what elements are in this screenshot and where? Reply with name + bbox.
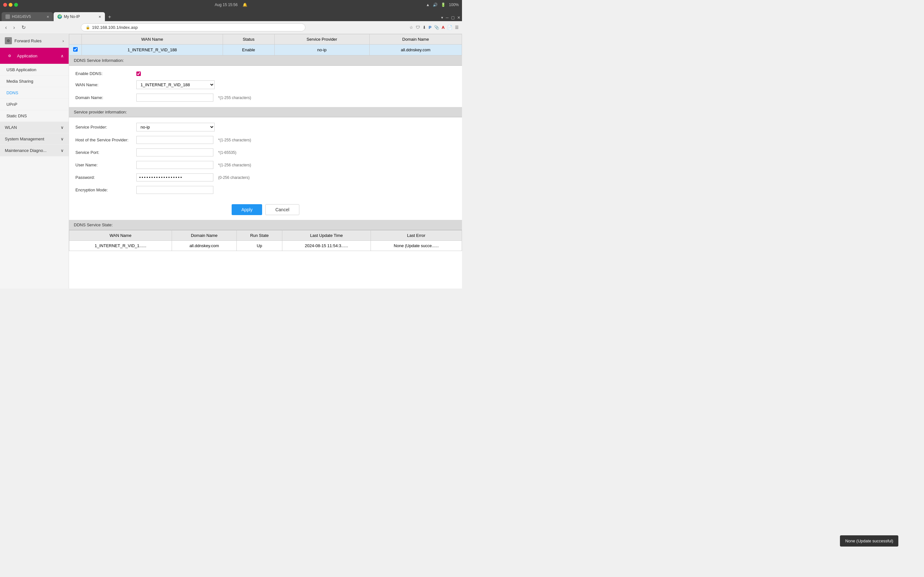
reader-icon[interactable]: 📄 — [447, 25, 452, 30]
state-header-domain: Domain Name — [172, 230, 237, 241]
password-hint: (0-256 characters) — [218, 175, 250, 180]
wlan-chevron: ∨ — [61, 125, 64, 130]
encryption-label: Encryption Mode: — [75, 187, 133, 192]
wifi-icon: ▲ — [426, 3, 430, 7]
forward-button[interactable]: › — [11, 23, 17, 32]
close-button[interactable]: ✕ — [457, 15, 460, 20]
username-row: User Name: t275vkf *(1-256 characters) — [75, 159, 456, 171]
state-last-update: 2024-08-15 11:54:3...... — [282, 241, 371, 251]
sidebar-wlan[interactable]: WLAN ∨ — [0, 122, 69, 133]
maintenance-chevron: ∨ — [61, 148, 64, 153]
service-provider-title: Service provider information: — [74, 110, 127, 114]
back-button[interactable]: ‹ — [3, 23, 9, 32]
minimize-traffic-dot[interactable] — [9, 3, 13, 7]
maximize-traffic-dot[interactable] — [14, 3, 18, 7]
state-domain-name: all.ddnskey.com — [172, 241, 237, 251]
table-header-domain-name: Domain Name — [369, 34, 462, 45]
domain-name-input[interactable]: all.ddnskey.com — [136, 93, 213, 102]
bookmark-icon[interactable]: ☆ — [409, 25, 413, 30]
profile-icon[interactable]: P — [429, 25, 431, 30]
host-input[interactable]: dynupdate.no-ip.com — [136, 136, 213, 144]
system-management-label: System Management — [5, 137, 44, 141]
service-provider-row: Service Provider: no-ip — [75, 121, 456, 134]
row-service-provider: no-ip — [274, 45, 369, 55]
sidebar-usb-application[interactable]: USB Application — [0, 64, 69, 76]
row-checkbox-cell[interactable] — [69, 45, 82, 55]
app-container: ⚙ Forward Rules › ⚙ Application ∧ USB Ap… — [0, 34, 462, 288]
sidebar-upnp[interactable]: UPnP — [0, 99, 69, 110]
service-port-row: Service Port: 80 *(1-65535) — [75, 146, 456, 159]
sidebar-forward-rules[interactable]: ⚙ Forward Rules › — [0, 34, 69, 48]
restore-button[interactable]: ▢ — [451, 15, 455, 20]
extension-icon[interactable]: 📎 — [434, 25, 439, 30]
reload-button[interactable]: ↻ — [19, 23, 27, 32]
download-icon[interactable]: ⬇ — [423, 25, 426, 30]
service-port-input[interactable]: 80 — [136, 148, 213, 156]
username-hint: *(1-256 characters) — [218, 163, 251, 167]
tab2-favicon: 🌍 — [57, 15, 62, 19]
sidebar-maintenance[interactable]: Maintenance Diagno... ∨ — [0, 145, 69, 156]
state-table-row: 1_INTERNET_R_VID_1...... all.ddnskey.com… — [69, 241, 462, 251]
state-header-wan: WAN Name — [69, 230, 172, 241]
service-provider-section-header: Service provider information: — [69, 107, 462, 117]
cancel-button[interactable]: Cancel — [265, 204, 299, 215]
static-dns-label: Static DNS — [6, 113, 27, 118]
service-provider-select[interactable]: no-ip — [136, 123, 215, 131]
sidebar-static-dns[interactable]: Static DNS — [0, 110, 69, 122]
encryption-row: Encryption Mode: BASE64 — [75, 184, 456, 196]
sidebar-ddns[interactable]: DDNS — [0, 87, 69, 99]
password-input[interactable] — [136, 173, 213, 181]
tab1-title: HG8145V5 — [12, 15, 31, 19]
apply-button[interactable]: Apply — [232, 204, 262, 215]
tab1-close[interactable]: ✕ — [47, 15, 49, 19]
state-header-update: Last Update Time — [282, 230, 371, 241]
encryption-input[interactable]: BASE64 — [136, 186, 213, 194]
tab2-title: My No-IP — [64, 15, 80, 19]
tab-my-noip[interactable]: 🌍 My No-IP ✕ — [53, 12, 105, 21]
title-bar-icons: ▲ 🔊 🔋 100% — [426, 3, 459, 7]
state-title: DDNS Service State: — [74, 222, 113, 227]
address-bar-input[interactable]: 🔒 192.168.100.1/index.asp — [81, 23, 305, 31]
adblock-icon[interactable]: A — [442, 25, 445, 30]
menu-icon[interactable]: ☰ — [455, 25, 459, 30]
sound-icon: 🔊 — [433, 3, 438, 7]
state-last-error: None (Update succe...... — [371, 241, 462, 251]
browser-window-controls: ▾ ─ ▢ ✕ — [441, 15, 460, 21]
tab1-favicon — [5, 15, 10, 19]
state-section-header: DDNS Service State: — [69, 220, 462, 230]
forward-rules-chevron: › — [63, 39, 64, 43]
minimize-button[interactable]: ─ — [446, 15, 449, 20]
service-provider-form: Service Provider: no-ip Host of the Serv… — [69, 117, 462, 199]
sidebar-system-management[interactable]: System Management ∨ — [0, 133, 69, 145]
dropdown-arrow[interactable]: ▾ — [441, 15, 443, 20]
sidebar-application[interactable]: ⚙ Application ∧ — [0, 48, 69, 64]
row-domain-name: all.ddnskey.com — [369, 45, 462, 55]
tab-hg8145v5[interactable]: HG8145V5 ✕ — [2, 12, 53, 21]
battery-percent: 100% — [449, 3, 459, 7]
media-sharing-label: Media Sharing — [6, 79, 33, 84]
tab-bar: HG8145V5 ✕ 🌍 My No-IP ✕ + ▾ ─ ▢ ✕ — [0, 10, 462, 21]
host-row: Host of the Service Provider: dynupdate.… — [75, 134, 456, 146]
tab2-close[interactable]: ✕ — [99, 15, 101, 19]
lock-icon: 🔒 — [86, 25, 90, 29]
table-row[interactable]: 1_INTERNET_R_VID_188 Enable no-ip all.dd… — [69, 45, 462, 55]
row-status: Enable — [223, 45, 274, 55]
state-header-run: Run State — [236, 230, 282, 241]
forward-rules-label: Forward Rules — [15, 39, 42, 43]
toolbar-icons: ☆ 🛡 ⬇ P 📎 A 📄 ☰ — [409, 25, 459, 30]
host-hint: *(1-255 characters) — [218, 138, 251, 142]
application-label: Application — [17, 53, 37, 58]
traffic-lights — [3, 3, 18, 7]
sidebar-media-sharing[interactable]: Media Sharing — [0, 76, 69, 87]
enable-ddns-checkbox[interactable] — [136, 71, 141, 76]
wan-name-select[interactable]: 1_INTERNET_R_VID_188 — [136, 81, 215, 89]
system-management-chevron: ∨ — [61, 137, 64, 141]
wan-name-row: WAN Name: 1_INTERNET_R_VID_188 — [75, 78, 456, 91]
username-input[interactable]: t275vkf — [136, 161, 213, 169]
row-checkbox[interactable] — [73, 47, 78, 52]
close-traffic-dot[interactable] — [3, 3, 7, 7]
wan-name-label: WAN Name: — [75, 82, 133, 87]
enable-ddns-label: Enable DDNS: — [75, 71, 133, 76]
main-content: WAN Name Status Service Provider Domain … — [69, 34, 462, 288]
new-tab-button[interactable]: + — [105, 13, 113, 21]
